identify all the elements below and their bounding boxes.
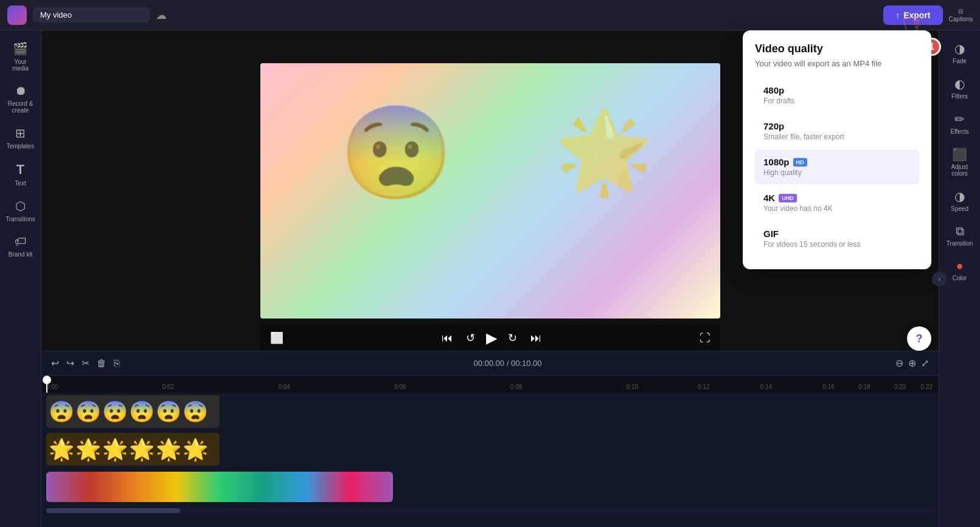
star-track-row: 🌟 🌟 🌟 🌟 🌟 🌟 [46,430,934,468]
sidebar-item-your-media[interactable]: 🎬 Your media [2,36,39,77]
right-sidebar-item-adjust[interactable]: ⬛ Adjust colors [942,142,978,182]
sidebar-label: Filters [951,93,968,100]
sidebar-item-text[interactable]: T Text [2,157,39,191]
ruler-tick: 0:04 [278,384,290,390]
quality-desc: For videos 15 seconds or less [763,240,911,249]
sidebar-collapse-button[interactable]: › [932,272,947,286]
track-star: 🌟 [129,437,155,461]
video-title-input[interactable] [33,7,150,22]
quality-option-4k[interactable]: 4K UHD Your video has no 4K [755,185,919,220]
fit-view-button[interactable]: ⤢ [921,357,929,369]
ruler-tick: 0:14 [760,384,772,390]
zoom-controls: ⊖ ⊕ ⤢ [895,357,929,369]
undo-button[interactable]: ↩ [51,357,59,369]
controls-center: ⏮ ↺ ▶ ↻ ⏭ [439,329,544,347]
sidebar-label: Adjust colors [944,164,976,177]
play-button[interactable]: ▶ [486,329,497,346]
track-star: 🌟 [49,437,74,461]
quality-option-720p[interactable]: 720p Smaller file, faster export [755,114,919,148]
ruler-tick: 0:00 [46,384,58,390]
topbar: ☁ ↑ Export ⊟ Captions [0,0,980,30]
sidebar-item-transitions[interactable]: ⬡ Transitions [2,194,39,227]
adjust-icon: ⬛ [952,147,967,162]
filters-icon: ◐ [954,77,965,91]
track-star: 🌟 [182,437,208,461]
forward-5-button[interactable]: ↻ [506,329,520,347]
redo-button[interactable]: ↪ [66,357,74,369]
zoom-out-button[interactable]: ⊖ [895,357,903,369]
uhd-badge: UHD [779,194,797,202]
ruler-inner: 0:00 0:02 0:04 0:06 0:08 0:10 0:12 0:14 … [46,376,939,393]
right-sidebar-item-filters[interactable]: ◐ Filters [942,72,978,105]
quality-label-text: 4K [763,193,775,203]
speed-icon: ◑ [954,189,965,204]
right-sidebar-item-speed[interactable]: ◑ Speed [942,184,978,217]
effects-icon: ✏ [954,112,965,126]
zoom-in-button[interactable]: ⊕ [908,357,916,369]
color-icon: ● [956,259,963,273]
captions-button[interactable]: ⊟ Captions [949,8,973,22]
track-star: 🌟 [156,437,181,461]
quality-option-1080p[interactable]: 1080p HD High quality [755,150,919,184]
delete-button[interactable]: 🗑 [97,358,106,369]
ruler-tick: 0:12 [698,384,709,390]
track-star: 🌟 [75,437,101,461]
sidebar-item-templates[interactable]: ⊞ Templates [2,121,39,154]
cut-button[interactable]: ✂ [82,357,89,369]
sidebar-label: Fade [953,58,967,64]
quality-desc: Your video has no 4K [763,204,911,213]
replay-5-button[interactable]: ↺ [464,329,478,347]
controls-right: ⛶ [697,329,713,347]
star-track[interactable]: 🌟 🌟 🌟 🌟 🌟 🌟 [46,433,220,466]
ruler-tick: 0:16 [822,384,834,390]
quality-option-gif[interactable]: GIF For videos 15 seconds or less [755,221,919,256]
timeline-ruler: 0:00 0:02 0:04 0:06 0:08 0:10 0:12 0:14 … [41,376,939,393]
track-star: 🌟 [102,437,128,461]
export-quality-title: Video quality [755,43,919,55]
help-button[interactable]: ? [907,326,931,351]
duplicate-button[interactable]: ⎘ [114,358,120,369]
sidebar-item-label: Templates [7,143,35,150]
sidebar-item-brand-kit[interactable]: 🏷 Brand kit [2,230,39,263]
skip-forward-button[interactable]: ⏭ [528,329,544,347]
left-sidebar: 🎬 Your media ⏺ Record & create ⊞ Templat… [0,30,41,527]
scared-emoji: 😨 [339,100,453,207]
ruler-tick: 0:08 [510,384,522,390]
right-sidebar-item-fade[interactable]: ◑ Fade [942,36,978,69]
quality-label-text: GIF [763,229,779,239]
cloud-save-icon[interactable]: ☁ [156,9,167,22]
ruler-tick: 0:06 [394,384,406,390]
timeline-scrollbar-thumb[interactable] [46,508,180,513]
playhead-marker [43,376,51,384]
gradient-track[interactable] [46,472,393,502]
right-sidebar-item-transition[interactable]: ⧉ Transition [942,219,978,252]
track-emoji: 😨 [49,399,74,424]
sidebar-item-label: Transitions [5,216,35,222]
track-emoji: 😨 [129,399,155,424]
track-emoji: 😨 [182,399,208,424]
export-button[interactable]: ↑ Export [883,5,942,25]
fullscreen-button[interactable]: ⛶ [697,329,713,347]
video-canvas: 😨 🌟 [260,63,720,319]
quality-option-480p[interactable]: 480p For drafts [755,78,919,112]
track-emoji: 😨 [75,399,101,424]
emoji-track[interactable]: 😨 😨 😨 😨 😨 😨 [46,395,220,428]
right-sidebar-item-color[interactable]: ● Color [942,254,978,286]
sidebar-label: Color [953,275,967,281]
track-emoji: 😨 [156,399,181,424]
ruler-tick: 0:02 [162,384,174,390]
sidebar-item-record-create[interactable]: ⏺ Record & create [2,79,39,119]
subtitle-toggle-button[interactable]: ⬜ [268,329,286,347]
timeline-scrollbar-track [46,508,934,513]
quality-desc: High quality [763,168,911,177]
transition-icon: ⧉ [956,224,964,238]
sidebar-label: Transition [947,240,973,247]
ruler-tick: 0:10 [627,384,638,390]
sidebar-item-label: Record & create [6,100,35,114]
export-icon: ↑ [895,10,900,20]
skip-back-button[interactable]: ⏮ [439,329,455,347]
captions-icon: ⊟ [958,8,963,15]
sidebar-item-label: Text [15,180,26,187]
right-sidebar-item-effects[interactable]: ✏ Effects [942,107,978,140]
fade-icon: ◑ [954,41,965,56]
